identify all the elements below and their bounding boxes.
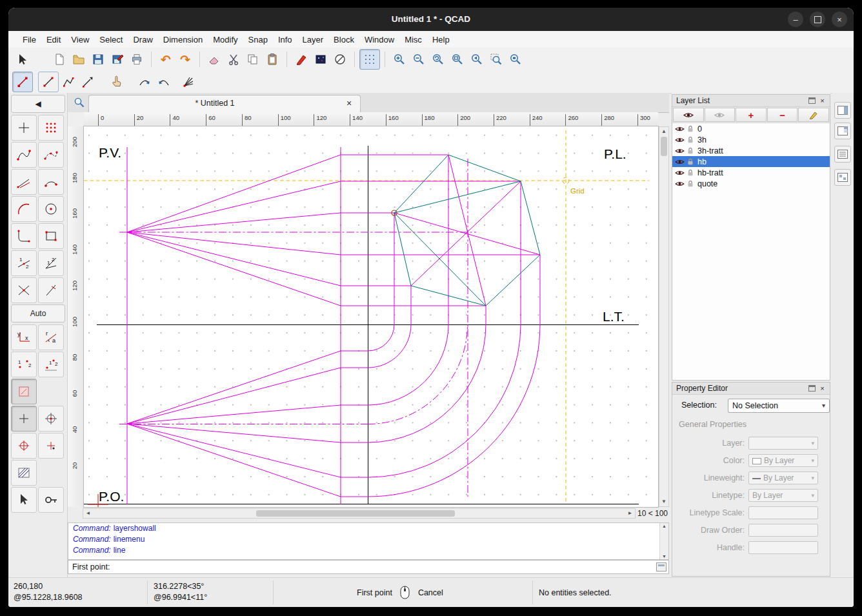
layer-visible-eye-icon[interactable] [675,148,685,154]
rectangle-tool-button[interactable] [38,223,64,249]
menu-item[interactable]: Window [359,32,399,48]
polar-coordinate-button[interactable]: ra [38,324,64,350]
edit-layer-button[interactable] [798,108,829,122]
zoom-in-button[interactable] [390,50,409,69]
point-matrix-tool-button[interactable] [38,115,64,141]
menu-item[interactable]: Edit [41,32,66,48]
save-as-button[interactable] [108,50,127,69]
reverse-direction-button[interactable] [135,72,154,92]
snap-grid-button[interactable] [38,406,64,432]
paste-button[interactable] [263,50,282,69]
layer-row[interactable]: 3h [672,134,830,145]
menu-item[interactable]: Help [427,32,455,48]
layer-lock-icon[interactable] [687,125,694,132]
relative-coordinate-button[interactable]: 12 [11,352,37,377]
delete-button[interactable] [205,50,224,69]
line-tool-button[interactable] [38,72,59,92]
menu-item[interactable]: File [17,32,41,48]
arc-tool-button[interactable] [11,196,37,222]
circle-center-tool-button[interactable] [38,196,64,222]
property-panel-close-icon[interactable]: × [819,385,826,392]
layer-visible-eye-icon[interactable] [675,137,685,143]
cmd-scroll-up-icon[interactable]: ▲ [660,524,668,528]
toggle-property-editor-button[interactable] [834,102,851,119]
layer-row[interactable]: 3h-tratt [672,145,830,156]
scroll-left-icon[interactable]: ◄ [83,509,93,518]
divide-tool-button[interactable]: 12 [11,250,37,276]
horizontal-scroll-thumb[interactable] [256,510,455,517]
menu-item[interactable]: Block [328,32,359,48]
show-all-layers-button[interactable] [673,108,704,122]
polyline-tool-button[interactable] [59,72,78,92]
hide-all-layers-button[interactable] [705,108,736,122]
scroll-up-icon[interactable]: ▲ [659,127,668,136]
layer-dropdown[interactable]: ▾ [748,437,818,450]
cmd-scroll-down-icon[interactable]: ▼ [660,554,668,559]
spline-tool-button[interactable] [11,142,37,168]
fillet-tool-button[interactable] [11,223,37,249]
restrict-off-button[interactable] [11,379,37,404]
toggle-block-list-button[interactable] [834,146,851,163]
remove-layer-button[interactable]: − [767,108,798,122]
command-history[interactable]: Command:layershowallCommand:linemenuComm… [68,522,669,560]
zoom-previous-button[interactable] [467,50,486,69]
linetype-none-button[interactable] [330,50,350,69]
ray-tool-button[interactable] [78,72,97,92]
arc-3points-tool-button[interactable] [38,169,64,195]
layer-lock-icon[interactable] [687,158,694,165]
hatch-tool-button[interactable] [11,460,37,486]
property-panel-float-icon[interactable] [808,385,816,392]
menu-item[interactable]: Modify [208,32,243,48]
orthogonal-tool-button[interactable] [38,277,64,303]
minimize-button[interactable]: – [788,12,803,27]
snap-middle-button[interactable] [38,433,64,459]
menu-item[interactable]: Misc [399,32,427,48]
layer-visible-eye-icon[interactable] [675,181,685,187]
horizontal-scrollbar[interactable]: ◄ ► [83,508,636,519]
select-tool-button[interactable] [11,487,37,513]
command-input[interactable] [120,561,652,574]
pick-point-tool-button[interactable] [106,72,126,92]
layer-lock-icon[interactable] [687,169,694,176]
toggle-library-browser-button[interactable] [834,169,851,186]
zoom-selection-button[interactable] [506,50,525,69]
absolute-coordinate-button[interactable]: 12 [38,352,64,377]
undo-button[interactable]: ↶ [156,50,175,69]
menu-item[interactable]: Dimension [158,32,208,48]
command-history-scrollbar[interactable]: ▲ ▼ [659,523,668,559]
cut-button[interactable] [224,50,243,69]
back-button[interactable]: ◀ [11,95,65,113]
layer-lock-icon[interactable] [687,180,694,187]
snap-endpoint-button[interactable] [11,433,37,459]
drawing-canvas[interactable]: P.V. P.L. L.T. P.O. Grid [84,126,658,507]
open-file-button[interactable] [69,50,88,69]
point-tool-button[interactable] [11,115,37,141]
draw-order-input[interactable] [748,524,818,537]
new-file-button[interactable] [50,50,69,69]
protect-tool-button[interactable] [38,487,64,513]
linetype-dropdown[interactable]: By Layer▾ [748,489,818,502]
auto-snap-button[interactable]: Auto [11,304,65,323]
layer-row[interactable]: hb [672,156,830,167]
add-layer-button[interactable]: + [736,108,767,122]
layer-visible-eye-icon[interactable] [675,159,685,165]
menu-item[interactable]: Draw [128,32,157,48]
vertical-scrollbar[interactable]: ▲ ▼ [659,126,669,507]
command-options-icon[interactable] [656,562,667,571]
menu-item[interactable]: Info [273,32,297,48]
menu-item[interactable]: Snap [243,32,273,48]
tab-untitled-1[interactable]: * Untitled 1 × [88,95,361,112]
snap-free-button[interactable] [11,406,37,432]
layer-lock-icon[interactable] [687,147,694,154]
pointer-tool-button[interactable] [12,50,32,69]
lineweight-dropdown[interactable]: By Layer▾ [748,472,818,484]
layer-row[interactable]: quote [672,178,830,189]
close-button[interactable]: × [832,12,847,27]
scroll-down-icon[interactable]: ▼ [659,497,668,506]
menu-item[interactable]: Select [94,32,128,48]
color-dropdown[interactable]: By Layer▾ [748,454,818,467]
color-swatch-button[interactable] [311,50,330,69]
selection-dropdown[interactable]: No Selection ▾ [728,399,830,413]
redo-button[interactable]: ↷ [175,50,195,69]
zoom-out-button[interactable] [409,50,428,69]
